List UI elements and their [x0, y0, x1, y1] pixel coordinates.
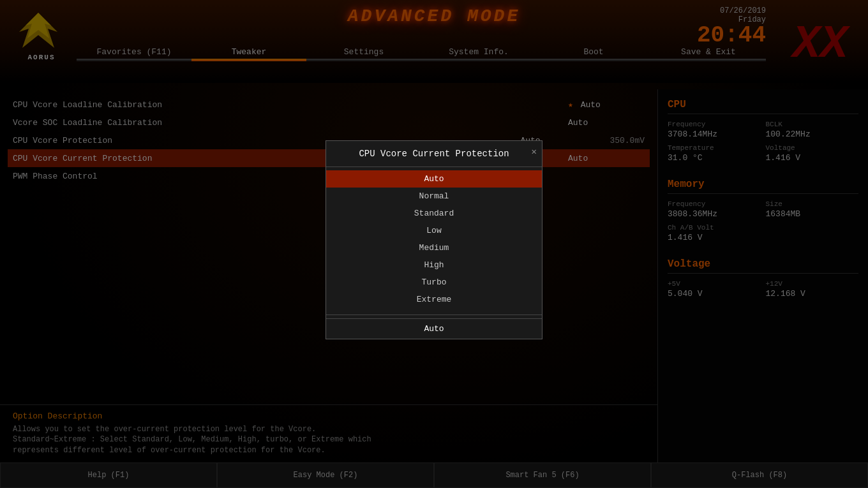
modal-options-list: Auto Normal Standard Low Medium High Tur…	[326, 167, 542, 311]
modal-option-normal[interactable]: Normal	[326, 188, 542, 205]
modal-title: CPU Vcore Current Protection	[326, 141, 542, 167]
dropdown-modal[interactable]: CPU Vcore Current Protection ✕ Auto Norm…	[326, 140, 542, 339]
modal-option-standard[interactable]: Standard	[326, 205, 542, 222]
modal-option-low[interactable]: Low	[326, 222, 542, 239]
modal-option-high[interactable]: High	[326, 256, 542, 274]
modal-divider	[326, 314, 542, 315]
modal-option-medium[interactable]: Medium	[326, 239, 542, 256]
modal-option-turbo[interactable]: Turbo	[326, 274, 542, 291]
modal-close-button[interactable]: ✕	[532, 146, 537, 157]
modal-option-extreme[interactable]: Extreme	[326, 291, 542, 308]
modal-option-auto[interactable]: Auto	[326, 170, 542, 188]
modal-current-value: Auto	[326, 318, 542, 339]
